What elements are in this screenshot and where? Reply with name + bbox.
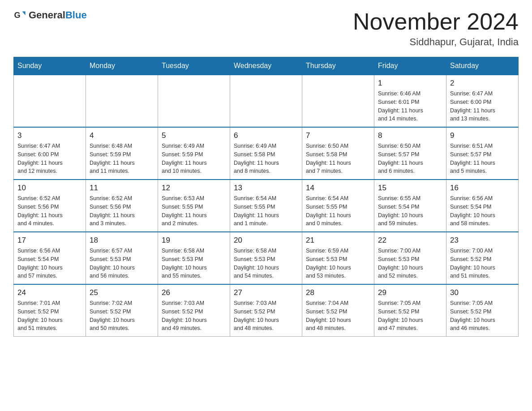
calendar-cell-w3-d0: 10Sunrise: 6:52 AM Sunset: 5:56 PM Dayli… bbox=[14, 180, 86, 232]
calendar-cell-w2-d5: 8Sunrise: 6:50 AM Sunset: 5:57 PM Daylig… bbox=[374, 127, 446, 180]
header-wednesday: Wednesday bbox=[230, 57, 302, 75]
week-row-5: 24Sunrise: 7:01 AM Sunset: 5:52 PM Dayli… bbox=[14, 284, 519, 337]
day-number: 29 bbox=[378, 288, 442, 297]
header-thursday: Thursday bbox=[302, 57, 374, 75]
header-tuesday: Tuesday bbox=[158, 57, 230, 75]
day-info: Sunrise: 6:56 AM Sunset: 5:54 PM Dayligh… bbox=[17, 247, 82, 280]
calendar-cell-w4-d6: 23Sunrise: 7:00 AM Sunset: 5:52 PM Dayli… bbox=[446, 232, 519, 284]
calendar-cell-w5-d0: 24Sunrise: 7:01 AM Sunset: 5:52 PM Dayli… bbox=[14, 284, 86, 337]
location-title: Siddhapur, Gujarat, India bbox=[353, 36, 519, 48]
day-number: 25 bbox=[90, 288, 154, 297]
calendar-cell-w2-d4: 7Sunrise: 6:50 AM Sunset: 5:58 PM Daylig… bbox=[302, 127, 374, 180]
day-info: Sunrise: 7:03 AM Sunset: 5:52 PM Dayligh… bbox=[162, 299, 226, 333]
day-number: 15 bbox=[378, 184, 442, 193]
calendar-cell-w2-d0: 3Sunrise: 6:47 AM Sunset: 6:00 PM Daylig… bbox=[14, 127, 86, 180]
day-number: 16 bbox=[450, 184, 515, 193]
day-info: Sunrise: 7:05 AM Sunset: 5:52 PM Dayligh… bbox=[378, 299, 442, 333]
calendar-cell-w4-d5: 22Sunrise: 7:00 AM Sunset: 5:53 PM Dayli… bbox=[374, 232, 446, 284]
day-info: Sunrise: 6:49 AM Sunset: 5:59 PM Dayligh… bbox=[162, 142, 226, 176]
logo-icon: G bbox=[13, 9, 26, 21]
calendar-cell-w5-d6: 30Sunrise: 7:05 AM Sunset: 5:52 PM Dayli… bbox=[446, 284, 519, 337]
header-friday: Friday bbox=[374, 57, 446, 75]
header-monday: Monday bbox=[86, 57, 158, 75]
day-number: 1 bbox=[378, 79, 442, 88]
day-number: 10 bbox=[17, 184, 82, 193]
calendar-cell-w5-d5: 29Sunrise: 7:05 AM Sunset: 5:52 PM Dayli… bbox=[374, 284, 446, 337]
day-number: 28 bbox=[306, 288, 370, 297]
day-number: 11 bbox=[90, 184, 154, 193]
day-number: 26 bbox=[162, 288, 226, 297]
logo-general: General bbox=[29, 9, 65, 21]
day-number: 24 bbox=[17, 288, 82, 297]
day-info: Sunrise: 6:58 AM Sunset: 5:53 PM Dayligh… bbox=[234, 247, 298, 280]
day-number: 5 bbox=[162, 131, 226, 140]
logo: G GeneralBlue bbox=[13, 9, 87, 21]
calendar-cell-w2-d2: 5Sunrise: 6:49 AM Sunset: 5:59 PM Daylig… bbox=[158, 127, 230, 180]
day-info: Sunrise: 6:50 AM Sunset: 5:57 PM Dayligh… bbox=[378, 142, 442, 176]
day-number: 14 bbox=[306, 184, 370, 193]
calendar-cell-w2-d6: 9Sunrise: 6:51 AM Sunset: 5:57 PM Daylig… bbox=[446, 127, 519, 180]
calendar-cell-w1-d6: 2Sunrise: 6:47 AM Sunset: 6:00 PM Daylig… bbox=[446, 75, 519, 127]
calendar-cell-w4-d2: 19Sunrise: 6:58 AM Sunset: 5:53 PM Dayli… bbox=[158, 232, 230, 284]
calendar-cell-w4-d1: 18Sunrise: 6:57 AM Sunset: 5:53 PM Dayli… bbox=[86, 232, 158, 284]
day-info: Sunrise: 6:52 AM Sunset: 5:56 PM Dayligh… bbox=[90, 194, 154, 228]
logo-blue: Blue bbox=[65, 9, 87, 21]
calendar-cell-w5-d1: 25Sunrise: 7:02 AM Sunset: 5:52 PM Dayli… bbox=[86, 284, 158, 337]
calendar-cell-w5-d2: 26Sunrise: 7:03 AM Sunset: 5:52 PM Dayli… bbox=[158, 284, 230, 337]
title-block: November 2024 Siddhapur, Gujarat, India bbox=[353, 9, 519, 48]
day-number: 3 bbox=[17, 131, 82, 140]
day-number: 22 bbox=[378, 236, 442, 245]
day-info: Sunrise: 6:54 AM Sunset: 5:55 PM Dayligh… bbox=[234, 194, 298, 228]
day-info: Sunrise: 7:01 AM Sunset: 5:52 PM Dayligh… bbox=[17, 299, 82, 333]
header-sunday: Sunday bbox=[14, 57, 86, 75]
calendar-cell-w3-d5: 15Sunrise: 6:55 AM Sunset: 5:54 PM Dayli… bbox=[374, 180, 446, 232]
month-title: November 2024 bbox=[353, 9, 519, 34]
page-header: G GeneralBlue November 2024 Siddhapur, G… bbox=[13, 9, 519, 48]
day-number: 27 bbox=[234, 288, 298, 297]
week-row-2: 3Sunrise: 6:47 AM Sunset: 6:00 PM Daylig… bbox=[14, 127, 519, 180]
calendar-cell-w4-d3: 20Sunrise: 6:58 AM Sunset: 5:53 PM Dayli… bbox=[230, 232, 302, 284]
day-info: Sunrise: 7:00 AM Sunset: 5:53 PM Dayligh… bbox=[378, 247, 442, 280]
day-info: Sunrise: 6:55 AM Sunset: 5:54 PM Dayligh… bbox=[378, 194, 442, 228]
weekday-header-row: Sunday Monday Tuesday Wednesday Thursday… bbox=[14, 57, 519, 75]
day-info: Sunrise: 6:54 AM Sunset: 5:55 PM Dayligh… bbox=[306, 194, 370, 228]
day-number: 8 bbox=[378, 131, 442, 140]
day-number: 12 bbox=[162, 184, 226, 193]
day-info: Sunrise: 6:46 AM Sunset: 6:01 PM Dayligh… bbox=[378, 90, 442, 123]
day-info: Sunrise: 6:51 AM Sunset: 5:57 PM Dayligh… bbox=[450, 142, 515, 176]
calendar-cell-w1-d1 bbox=[86, 75, 158, 127]
calendar-cell-w3-d2: 12Sunrise: 6:53 AM Sunset: 5:55 PM Dayli… bbox=[158, 180, 230, 232]
day-info: Sunrise: 7:02 AM Sunset: 5:52 PM Dayligh… bbox=[90, 299, 154, 333]
day-number: 7 bbox=[306, 131, 370, 140]
day-info: Sunrise: 6:58 AM Sunset: 5:53 PM Dayligh… bbox=[162, 247, 226, 280]
day-number: 13 bbox=[234, 184, 298, 193]
calendar-cell-w2-d1: 4Sunrise: 6:48 AM Sunset: 5:59 PM Daylig… bbox=[86, 127, 158, 180]
week-row-4: 17Sunrise: 6:56 AM Sunset: 5:54 PM Dayli… bbox=[14, 232, 519, 284]
calendar-cell-w5-d4: 28Sunrise: 7:04 AM Sunset: 5:52 PM Dayli… bbox=[302, 284, 374, 337]
calendar-cell-w1-d5: 1Sunrise: 6:46 AM Sunset: 6:01 PM Daylig… bbox=[374, 75, 446, 127]
calendar-cell-w2-d3: 6Sunrise: 6:49 AM Sunset: 5:58 PM Daylig… bbox=[230, 127, 302, 180]
calendar-cell-w3-d3: 13Sunrise: 6:54 AM Sunset: 5:55 PM Dayli… bbox=[230, 180, 302, 232]
day-number: 30 bbox=[450, 288, 515, 297]
day-info: Sunrise: 6:49 AM Sunset: 5:58 PM Dayligh… bbox=[234, 142, 298, 176]
day-number: 23 bbox=[450, 236, 515, 245]
svg-text:G: G bbox=[14, 11, 20, 20]
day-info: Sunrise: 7:04 AM Sunset: 5:52 PM Dayligh… bbox=[306, 299, 370, 333]
day-info: Sunrise: 6:47 AM Sunset: 6:00 PM Dayligh… bbox=[17, 142, 82, 176]
day-number: 19 bbox=[162, 236, 226, 245]
calendar-cell-w1-d4 bbox=[302, 75, 374, 127]
day-info: Sunrise: 6:52 AM Sunset: 5:56 PM Dayligh… bbox=[17, 194, 82, 228]
calendar-table: Sunday Monday Tuesday Wednesday Thursday… bbox=[13, 57, 519, 337]
day-info: Sunrise: 6:48 AM Sunset: 5:59 PM Dayligh… bbox=[90, 142, 154, 176]
day-number: 6 bbox=[234, 131, 298, 140]
calendar-cell-w5-d3: 27Sunrise: 7:03 AM Sunset: 5:52 PM Dayli… bbox=[230, 284, 302, 337]
day-number: 21 bbox=[306, 236, 370, 245]
day-number: 2 bbox=[450, 79, 515, 88]
day-number: 17 bbox=[17, 236, 82, 245]
week-row-1: 1Sunrise: 6:46 AM Sunset: 6:01 PM Daylig… bbox=[14, 75, 519, 127]
day-info: Sunrise: 6:53 AM Sunset: 5:55 PM Dayligh… bbox=[162, 194, 226, 228]
calendar-cell-w3-d6: 16Sunrise: 6:56 AM Sunset: 5:54 PM Dayli… bbox=[446, 180, 519, 232]
calendar-cell-w1-d2 bbox=[158, 75, 230, 127]
week-row-3: 10Sunrise: 6:52 AM Sunset: 5:56 PM Dayli… bbox=[14, 180, 519, 232]
calendar-cell-w3-d1: 11Sunrise: 6:52 AM Sunset: 5:56 PM Dayli… bbox=[86, 180, 158, 232]
